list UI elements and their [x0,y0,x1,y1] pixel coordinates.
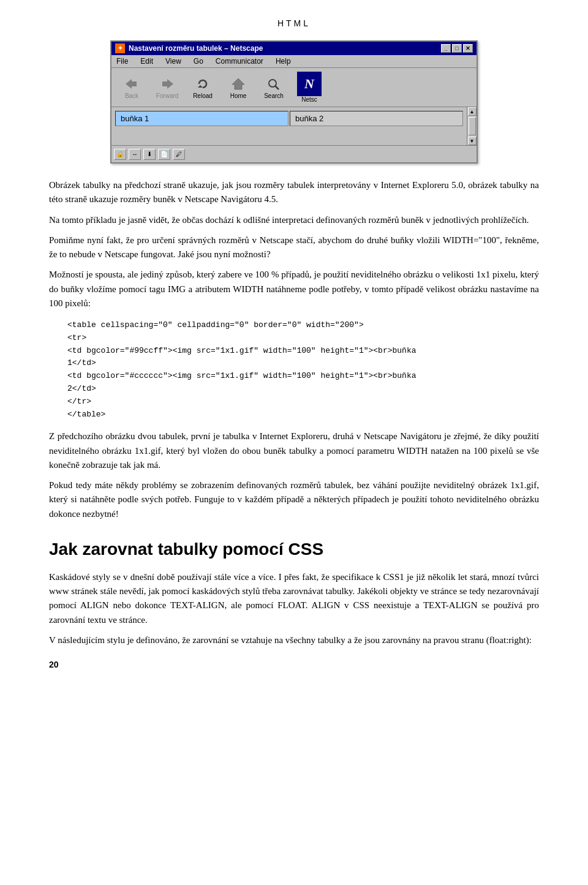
paragraph-8: V následujícím stylu je definováno, že z… [49,633,539,647]
home-button[interactable]: Home [222,74,255,100]
reload-icon [192,75,214,92]
status-bar: 🔒 ↔ ⬇ 📄 🖊 [111,145,477,162]
scroll-thumb[interactable] [469,117,476,135]
status-icon-1: 🔒 [114,149,126,160]
paragraph-7: Kaskádové styly se v dnešní době používa… [49,570,539,627]
title-bar: ✦ Nastavení rozměru tabulek – Netscape _… [111,42,477,55]
page-title: HTML [49,18,539,28]
netscape-button[interactable]: N Netsc [293,70,326,104]
content-area: buňka 1 buňka 2 ▲ ▼ [111,107,477,145]
menu-edit[interactable]: Edit [138,56,156,66]
search-label: Search [264,92,284,99]
minimize-button[interactable]: _ [441,44,451,53]
page-number: 20 [49,660,539,669]
svg-point-6 [269,80,276,87]
menu-communicator[interactable]: Communicator [213,56,266,66]
forward-icon [156,75,178,92]
window-title: Nastavení rozměru tabulek – Netscape [129,44,263,53]
cell-1: buňka 1 [115,111,288,126]
title-bar-controls[interactable]: _ □ ✕ [441,44,473,53]
menu-help[interactable]: Help [273,56,293,66]
back-label: Back [125,92,138,99]
page-container: HTML ✦ Nastavení rozměru tabulek – Netsc… [0,0,588,694]
section-text: Kaskádové styly se v dnešní době používa… [49,570,539,647]
netscape-label: Netsc [301,96,317,103]
netscape-icon: N [297,72,322,96]
back-icon [121,75,143,92]
paragraph-6: Pokud tedy máte někdy problémy se zobraz… [49,478,539,521]
forward-button[interactable]: Forward [151,74,184,100]
menu-file[interactable]: File [114,56,130,66]
scroll-down-arrow[interactable]: ▼ [468,137,477,145]
title-bar-left: ✦ Nastavení rozměru tabulek – Netscape [115,43,263,53]
scrollbar-vertical[interactable]: ▲ ▼ [467,107,477,145]
section-heading: Jak zarovnat tabulky pomocí CSS [49,540,539,559]
paragraph-2: Na tomto příkladu je jasně vidět, že obč… [49,213,539,227]
paragraph-4: Možností je spousta, ale jediný způsob, … [49,268,539,311]
browser-window: ✦ Nastavení rozměru tabulek – Netscape _… [110,40,478,164]
menu-go[interactable]: Go [191,56,206,66]
main-text: Obrázek tabulky na předchozí straně ukaz… [49,178,539,521]
svg-marker-0 [126,79,132,89]
back-button[interactable]: Back [115,74,148,100]
toolbar: Back Forward Reload [111,68,477,107]
home-label: Home [230,92,247,99]
status-icon-5: 🖊 [173,149,185,160]
svg-rect-2 [162,81,167,86]
paragraph-3: Pomiňme nyní fakt, že pro určení správný… [49,233,539,262]
svg-marker-3 [167,79,173,89]
status-icon-2: ↔ [129,149,141,160]
search-icon [263,75,285,92]
menu-bar: File Edit View Go Communicator Help [111,55,477,68]
svg-marker-5 [232,78,244,89]
home-icon [227,75,249,92]
search-button[interactable]: Search [257,74,290,100]
status-icon-3: ⬇ [143,149,156,160]
scroll-up-arrow[interactable]: ▲ [468,107,477,116]
browser-content: buňka 1 buňka 2 [111,107,467,145]
forward-label: Forward [156,92,179,99]
cell-2: buňka 2 [290,111,463,126]
svg-rect-1 [132,81,137,86]
menu-view[interactable]: View [163,56,184,66]
browser-icon: ✦ [115,43,125,53]
paragraph-5: Z předchozího obrázku dvou tabulek, prvn… [49,429,539,472]
svg-marker-4 [198,85,203,88]
reload-button[interactable]: Reload [186,74,219,100]
table-row: buňka 1 buňka 2 [115,111,463,126]
reload-label: Reload [193,92,213,99]
restore-button[interactable]: □ [452,44,462,53]
paragraph-1: Obrázek tabulky na předchozí straně ukaz… [49,178,539,207]
svg-line-7 [276,86,279,90]
close-button[interactable]: ✕ [463,44,473,53]
status-icon-4: 📄 [158,149,170,160]
code-block: <table cellspacing="0" cellpadding="0" b… [67,319,539,421]
